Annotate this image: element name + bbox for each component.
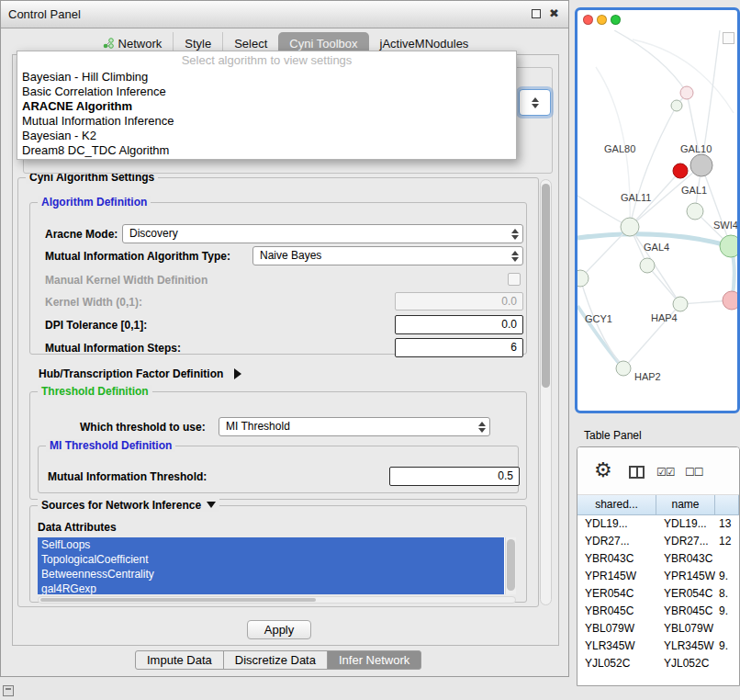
table-row[interactable]: YBR043CYBR043C — [577, 550, 739, 568]
hub-section-toggle[interactable]: Hub/Transcription Factor Definition — [39, 367, 241, 380]
deselect-all-icon[interactable]: ☐☐ — [685, 466, 703, 479]
mi-type-select[interactable]: Naive Bayes — [252, 246, 523, 265]
data-attributes-list[interactable]: SelfLoopsTopologicalCoefficientBetweenne… — [38, 537, 516, 594]
data-attributes-label: Data Attributes — [38, 521, 117, 534]
mi-steps-field[interactable]: 6 — [395, 338, 523, 357]
tab-infer-network[interactable]: Infer Network — [327, 650, 421, 670]
table-row[interactable]: YBL079WYBL079W — [577, 620, 739, 638]
scrollbar-thumb[interactable] — [542, 184, 550, 388]
network-node[interactable] — [621, 218, 639, 236]
manual-kernel-checkbox[interactable] — [508, 273, 521, 286]
attribute-item[interactable]: gal4RGexp — [38, 581, 504, 594]
attributes-scrollbar[interactable] — [505, 537, 516, 594]
table-column-header[interactable]: shared... — [577, 495, 656, 515]
network-edge[interactable] — [614, 30, 687, 93]
algorithm-option[interactable]: Dream8 DC_TDC Algorithm — [17, 143, 516, 158]
network-view-window[interactable]: GAL80GAL10GAL11GAL1SWI4GAL4GCY1HAP4HAP2 — [575, 7, 740, 413]
close-traffic-light-icon[interactable] — [583, 15, 593, 25]
network-node-label: GAL4 — [644, 242, 669, 253]
mi-threshold-definition-group: MI Threshold Definition Mutual Informati… — [38, 446, 519, 493]
algorithm-definition-group: Algorithm Definition Aracne Mode: Discov… — [29, 202, 527, 355]
float-window-icon[interactable] — [532, 9, 541, 18]
table-column-header[interactable]: name — [656, 495, 715, 515]
stepper-icon — [511, 225, 519, 243]
table-row[interactable]: YDL19...YDL19...13 — [577, 515, 739, 533]
scrollbar-thumb[interactable] — [40, 598, 316, 602]
algorithm-combo-focus-fragment[interactable] — [519, 89, 551, 116]
table-cell — [715, 620, 739, 638]
network-node[interactable] — [577, 270, 589, 287]
minimized-panel-icon[interactable] — [3, 685, 14, 696]
network-node[interactable] — [671, 100, 682, 111]
tab-impute-data[interactable]: Impute Data — [135, 650, 224, 670]
network-node[interactable] — [690, 154, 712, 176]
network-node[interactable] — [673, 297, 688, 311]
network-tab-icon — [103, 38, 114, 49]
table-cell: YBR043C — [656, 550, 715, 568]
settings-scrollbar[interactable] — [540, 179, 552, 605]
stepper-icon — [511, 247, 519, 265]
zoom-traffic-light-icon[interactable] — [611, 15, 621, 25]
apply-button[interactable]: Apply — [247, 620, 311, 639]
table-cell: 9. — [715, 603, 739, 620]
close-icon[interactable]: ✖ — [549, 6, 559, 21]
network-edge[interactable] — [701, 165, 731, 246]
mi-steps-label: Mutual Information Steps: — [45, 342, 181, 355]
mi-threshold-field[interactable]: 0.5 — [389, 467, 520, 486]
table-row[interactable]: YPR145WYPR145W9. — [577, 568, 739, 585]
table-panel: ⚙ ☑☑ ☐☐ shared...name YDL19...YDL19...13… — [577, 446, 740, 686]
network-canvas[interactable]: GAL80GAL10GAL11GAL1SWI4GAL4GCY1HAP4HAP2 — [577, 30, 737, 413]
tab-label: Select — [234, 37, 267, 51]
expanded-arrow-icon — [207, 502, 216, 508]
select-all-icon[interactable]: ☑☑ — [656, 466, 675, 479]
algorithm-option[interactable]: Mutual Information Inference — [17, 114, 516, 129]
table-row[interactable]: YER054CYER054C8. — [577, 585, 739, 603]
attribute-item[interactable]: BetweennessCentrality — [38, 567, 504, 581]
network-edge[interactable] — [630, 106, 677, 227]
sources-group-title[interactable]: Sources for Network Inference — [38, 499, 219, 512]
algorithm-option[interactable]: Bayesian - K2 — [17, 129, 516, 143]
table-column-header[interactable] — [715, 495, 739, 515]
table-row[interactable]: YDR27...YDR27...12 — [577, 533, 739, 550]
dpi-tolerance-label: DPI Tolerance [0,1]: — [45, 319, 147, 332]
gear-icon[interactable]: ⚙ — [594, 458, 612, 482]
table-cell: 13 — [715, 515, 739, 533]
which-threshold-select[interactable]: MI Threshold — [219, 417, 490, 436]
scrollbar-thumb[interactable] — [507, 539, 515, 591]
tab-discretize-data[interactable]: Discretize Data — [223, 650, 328, 670]
network-node[interactable] — [723, 291, 737, 310]
table-cell: 12 — [715, 533, 739, 550]
columns-icon[interactable] — [629, 466, 645, 479]
attribute-item[interactable]: TopologicalCoefficient — [38, 552, 504, 567]
table-row[interactable]: YJL052CYJL052C — [577, 655, 739, 672]
network-node[interactable] — [640, 258, 655, 273]
network-node[interactable] — [673, 164, 688, 178]
table-cell: YBR043C — [577, 550, 656, 568]
minimize-traffic-light-icon[interactable] — [597, 15, 607, 25]
aracne-mode-select[interactable]: Discovery — [122, 224, 523, 243]
collapsed-arrow-icon — [234, 368, 241, 379]
network-node-label: HAP4 — [651, 312, 678, 323]
network-node[interactable] — [687, 203, 703, 220]
table-cell — [715, 655, 739, 672]
control-panel-titlebar[interactable]: Control Panel ✖ — [1, 1, 568, 28]
network-node[interactable] — [680, 86, 693, 99]
control-panel-title: Control Panel — [8, 7, 81, 21]
network-edge[interactable] — [633, 40, 734, 113]
network-node-label: HAP2 — [634, 371, 661, 382]
sources-group: Sources for Network Inference Data Attri… — [29, 505, 527, 603]
table-row[interactable]: YLR345WYLR345W9. — [577, 638, 739, 655]
kernel-width-field[interactable]: 0.0 — [395, 292, 523, 310]
network-node[interactable] — [616, 361, 631, 376]
attributes-hscrollbar[interactable] — [38, 596, 516, 604]
algorithm-dropdown-placeholder: Select algorithm to view settings — [17, 51, 516, 70]
attribute-item[interactable]: SelfLoops — [38, 537, 504, 552]
table-cell: 8. — [715, 585, 739, 603]
dpi-tolerance-field[interactable]: 0.0 — [395, 315, 523, 334]
network-node[interactable] — [720, 235, 737, 257]
algorithm-option[interactable]: Basic Correlation Inference — [17, 85, 516, 99]
table-cell: 9. — [715, 568, 739, 585]
algorithm-option[interactable]: ARACNE Algorithm — [17, 99, 516, 114]
table-row[interactable]: YBR045CYBR045C9. — [577, 603, 739, 620]
algorithm-option[interactable]: Bayesian - Hill Climbing — [17, 70, 516, 85]
